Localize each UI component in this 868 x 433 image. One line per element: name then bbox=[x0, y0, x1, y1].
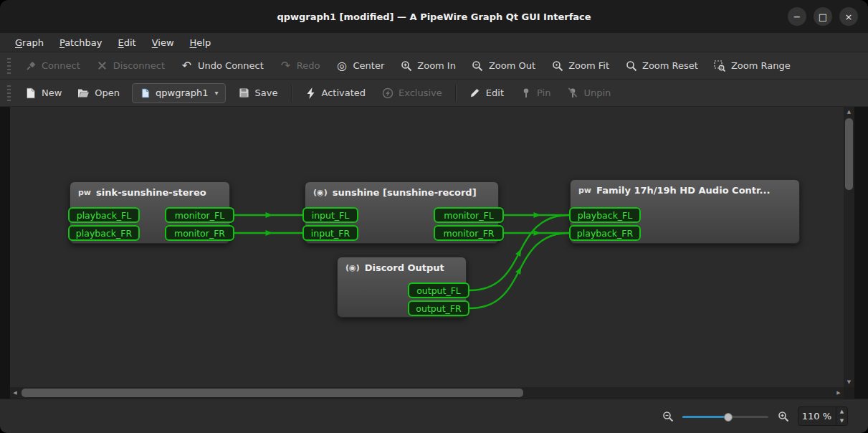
port-input-fr[interactable]: input_FR bbox=[302, 225, 358, 241]
node-family-hd-audio[interactable]: pw Family 17h/19h HD Audio Contr... play… bbox=[570, 179, 800, 244]
minimize-button[interactable]: − bbox=[788, 7, 806, 26]
node-header[interactable]: pw Family 17h/19h HD Audio Contr... bbox=[571, 180, 799, 196]
maximize-button[interactable]: □ bbox=[814, 7, 832, 26]
zoom-in-button[interactable]: Zoom In bbox=[392, 55, 464, 77]
graph-canvas[interactable]: pw sink-sunshine-stereo playback_FL play… bbox=[10, 107, 844, 387]
port-label: input_FR bbox=[311, 228, 350, 239]
close-icon: × bbox=[845, 11, 853, 22]
port-label: input_FL bbox=[312, 210, 350, 221]
wire-arrow bbox=[534, 212, 541, 218]
port-input-fl[interactable]: input_FL bbox=[302, 207, 358, 223]
zoom-out-icon bbox=[472, 60, 484, 72]
close-button[interactable]: × bbox=[839, 7, 858, 26]
unpin-label: Unpin bbox=[583, 87, 611, 98]
node-header[interactable]: pw sink-sunshine-stereo bbox=[70, 182, 229, 198]
port-label: monitor_FL bbox=[444, 210, 493, 221]
zoom-spinbox[interactable]: 110 % ▲ ▼ bbox=[798, 406, 848, 426]
patchbay-file-value: qpwgraph1 bbox=[156, 87, 208, 98]
redo-label: Redo bbox=[297, 60, 320, 71]
zoom-out-button[interactable]: Zoom Out bbox=[464, 55, 543, 77]
zoom-reset-button[interactable]: Zoom Reset bbox=[617, 55, 706, 77]
undo-connect-button[interactable]: ↶ Undo Connect bbox=[173, 55, 272, 77]
connect-label: Connect bbox=[42, 60, 80, 71]
node-sunshine-record[interactable]: (◉) sunshine [sunshine-record] input_FL … bbox=[305, 181, 499, 244]
new-button[interactable]: New bbox=[16, 82, 70, 104]
redo-button[interactable]: ↷ Redo bbox=[272, 55, 328, 77]
title-bar[interactable]: qpwgraph1 [modified] — A PipeWire Graph … bbox=[0, 0, 868, 33]
zoom-in-label: Zoom In bbox=[417, 60, 456, 71]
edit-button[interactable]: Edit bbox=[461, 82, 512, 104]
scroll-up-icon[interactable]: ▲ bbox=[844, 107, 854, 117]
zoom-fit-button[interactable]: Zoom Fit bbox=[543, 55, 617, 77]
scroll-right-icon[interactable]: ▶ bbox=[834, 387, 844, 399]
node-discord-output[interactable]: (◉) Discord Output output_FL output_FR bbox=[337, 257, 467, 318]
wire-arrow bbox=[515, 267, 521, 275]
menu-edit[interactable]: Edit bbox=[110, 33, 144, 52]
node-title: sink-sunshine-stereo bbox=[96, 187, 206, 198]
exclusive-label: Exclusive bbox=[399, 87, 442, 98]
zoom-in-status-icon[interactable] bbox=[777, 410, 789, 422]
graph-area: pw sink-sunshine-stereo playback_FL play… bbox=[0, 107, 868, 399]
patchbay-file-combobox[interactable]: qpwgraph1 ▾ bbox=[132, 83, 226, 103]
port-label: playback_FL bbox=[578, 210, 633, 221]
menu-graph[interactable]: Graph bbox=[7, 33, 52, 52]
toolbar-separator bbox=[291, 85, 292, 102]
menu-patchbay[interactable]: Patchbay bbox=[52, 33, 110, 52]
window-title: qpwgraph1 [modified] — A PipeWire Graph … bbox=[277, 11, 591, 22]
zoom-slider[interactable] bbox=[682, 411, 768, 422]
open-button[interactable]: Open bbox=[70, 82, 128, 104]
port-monitor-fr[interactable]: monitor_FR bbox=[165, 225, 234, 241]
zoom-reset-label: Zoom Reset bbox=[642, 60, 698, 71]
port-output-fr[interactable]: output_FR bbox=[408, 300, 469, 316]
vertical-scrollbar[interactable]: ▲ ▼ bbox=[844, 107, 854, 387]
zoom-out-status-icon[interactable] bbox=[662, 410, 674, 422]
port-playback-fl[interactable]: playback_FL bbox=[569, 207, 641, 223]
port-label: output_FR bbox=[416, 303, 461, 314]
horizontal-scrollbar[interactable]: ◀ ▶ bbox=[10, 387, 844, 399]
record-app-icon: (◉) bbox=[313, 188, 328, 197]
port-playback-fr[interactable]: playback_FR bbox=[569, 225, 641, 241]
vertical-scrollbar-thumb[interactable] bbox=[845, 118, 853, 190]
scroll-left-icon[interactable]: ◀ bbox=[10, 387, 20, 399]
wire-arrow bbox=[534, 230, 541, 236]
connection-wire[interactable] bbox=[469, 233, 569, 308]
port-monitor-fl[interactable]: monitor_FL bbox=[165, 207, 234, 223]
port-monitor-fr[interactable]: monitor_FR bbox=[434, 225, 504, 241]
open-label: Open bbox=[95, 87, 120, 98]
toolbar-drag-handle[interactable] bbox=[7, 85, 11, 101]
combo-arrow-icon: ▾ bbox=[215, 89, 219, 97]
node-header[interactable]: (◉) Discord Output bbox=[338, 257, 466, 273]
port-output-fl[interactable]: output_FL bbox=[408, 282, 469, 298]
activated-toggle[interactable]: Activated bbox=[297, 82, 374, 104]
horizontal-scrollbar-thumb[interactable] bbox=[22, 389, 523, 397]
menu-view[interactable]: View bbox=[144, 33, 182, 52]
pin-button[interactable]: Pin bbox=[512, 82, 558, 104]
menu-patchbay-label: Patchbay bbox=[59, 37, 102, 48]
spin-up-icon[interactable]: ▲ bbox=[836, 407, 847, 417]
scroll-down-icon[interactable]: ▼ bbox=[844, 377, 854, 387]
node-header[interactable]: (◉) sunshine [sunshine-record] bbox=[305, 182, 498, 198]
center-button[interactable]: ◎ Center bbox=[328, 55, 393, 77]
minimize-icon: − bbox=[793, 11, 801, 22]
port-label: monitor_FL bbox=[175, 210, 224, 221]
disconnect-icon bbox=[96, 60, 108, 72]
spin-down-icon[interactable]: ▼ bbox=[836, 417, 847, 426]
zoom-slider-handle[interactable] bbox=[724, 413, 733, 422]
graph-toolbar: Connect Disconnect ↶ Undo Connect ↷ Redo… bbox=[0, 52, 868, 80]
save-icon bbox=[238, 87, 250, 99]
port-playback-fl[interactable]: playback_FL bbox=[68, 207, 140, 223]
port-monitor-fl[interactable]: monitor_FL bbox=[434, 207, 504, 223]
zoom-range-button[interactable]: Zoom Range bbox=[706, 55, 798, 77]
port-playback-fr[interactable]: playback_FR bbox=[68, 225, 140, 241]
port-label: playback_FR bbox=[76, 228, 132, 239]
file-toolbar: New Open qpwgraph1 ▾ Save Ac bbox=[0, 80, 868, 107]
unpin-button[interactable]: Unpin bbox=[558, 82, 619, 104]
save-button[interactable]: Save bbox=[230, 82, 286, 104]
disconnect-button[interactable]: Disconnect bbox=[88, 55, 173, 77]
toolbar-drag-handle[interactable] bbox=[7, 58, 11, 74]
pin-label: Pin bbox=[537, 87, 550, 98]
connect-button[interactable]: Connect bbox=[16, 55, 88, 77]
node-sink-sunshine-stereo[interactable]: pw sink-sunshine-stereo playback_FL play… bbox=[70, 181, 230, 244]
exclusive-toggle[interactable]: Exclusive bbox=[373, 82, 450, 104]
menu-help[interactable]: Help bbox=[182, 33, 219, 52]
